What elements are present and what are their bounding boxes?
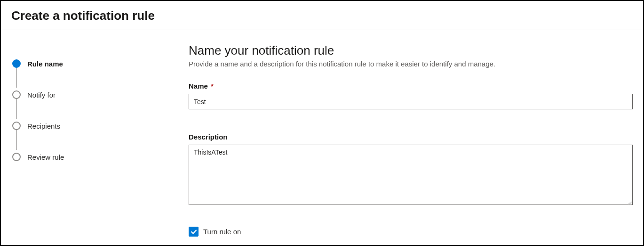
- steps-list: Rule name Notify for Recipients Review r…: [12, 48, 163, 172]
- step-rule-name[interactable]: Rule name: [12, 48, 163, 79]
- name-field-group: Name *: [189, 82, 633, 109]
- turn-rule-on-label: Turn rule on: [203, 228, 241, 236]
- section-description: Provide a name and a description for thi…: [189, 60, 633, 68]
- step-indicator-icon: [12, 153, 21, 161]
- name-input[interactable]: [189, 94, 633, 109]
- checkmark-icon: [191, 229, 197, 235]
- page-header: Create a notification rule: [1, 1, 643, 30]
- step-indicator-icon: [12, 122, 21, 130]
- section-title: Name your notification rule: [189, 43, 633, 58]
- step-connector: [16, 68, 17, 88]
- step-label: Recipients: [27, 122, 60, 130]
- step-label: Rule name: [27, 60, 63, 68]
- turn-rule-on-checkbox[interactable]: [189, 227, 199, 237]
- wizard-sidebar: Rule name Notify for Recipients Review r…: [1, 30, 163, 246]
- description-field-group: Description <span></span>: [189, 133, 633, 207]
- step-indicator-icon: [12, 90, 21, 99]
- name-label: Name *: [189, 82, 633, 90]
- step-recipients[interactable]: Recipients: [12, 110, 163, 141]
- step-indicator-icon: [12, 59, 21, 68]
- description-input[interactable]: <span></span>: [189, 145, 633, 205]
- main-panel: Name your notification rule Provide a na…: [163, 30, 643, 246]
- step-notify-for[interactable]: Notify for: [12, 79, 163, 110]
- step-connector: [16, 130, 17, 150]
- name-label-text: Name: [189, 82, 208, 90]
- description-label: Description: [189, 133, 633, 141]
- step-label: Notify for: [27, 91, 56, 99]
- required-mark: *: [211, 82, 214, 90]
- page-title: Create a notification rule: [11, 8, 633, 23]
- turn-rule-on-row: Turn rule on: [189, 227, 633, 237]
- step-connector: [16, 99, 17, 119]
- content-area: Rule name Notify for Recipients Review r…: [1, 30, 643, 246]
- step-review-rule[interactable]: Review rule: [12, 141, 163, 172]
- step-label: Review rule: [27, 153, 64, 161]
